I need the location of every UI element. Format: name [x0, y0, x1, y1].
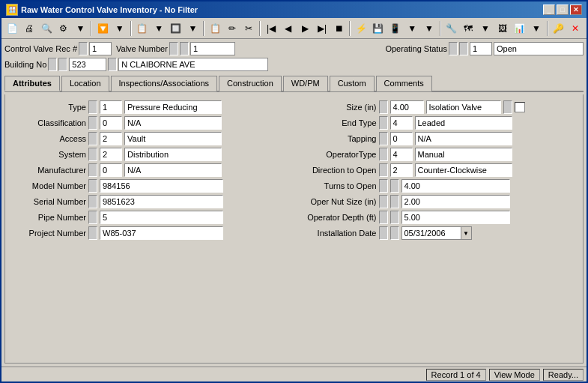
system-ind1 — [88, 148, 97, 161]
ons-ind2 — [390, 195, 399, 208]
maximize-button[interactable]: □ — [557, 4, 569, 15]
new-button[interactable]: 📄 — [4, 20, 21, 37]
direction-to-open-val-input[interactable] — [415, 163, 512, 177]
tab-attributes[interactable]: Attributes — [4, 76, 60, 91]
next-record-button[interactable]: ▶ — [297, 20, 314, 37]
direction-to-open-num-input[interactable] — [390, 163, 413, 177]
end-type-num-input[interactable] — [390, 116, 413, 130]
model-ind1 — [88, 179, 97, 193]
search-button[interactable]: 🔍 — [38, 20, 55, 37]
dropdown6-button[interactable]: ▼ — [477, 20, 494, 37]
operating-status-val-input[interactable] — [494, 42, 584, 55]
operator-type-num-input[interactable] — [390, 148, 413, 161]
pipe-ind1 — [88, 211, 97, 224]
building-address-input[interactable] — [118, 58, 268, 71]
map-button[interactable]: 🗺 — [460, 20, 476, 37]
dropdown7-button[interactable]: ▼ — [528, 20, 545, 37]
tab-location[interactable]: Location — [61, 76, 109, 91]
installation-date-input[interactable] — [401, 226, 461, 240]
operator-type-val-input[interactable] — [415, 148, 512, 161]
tab-comments[interactable]: Comments — [376, 76, 432, 91]
sep6 — [440, 21, 441, 36]
delete-button[interactable]: ✕ — [567, 20, 584, 37]
cut-button[interactable]: ✂ — [241, 20, 258, 37]
type-num-input[interactable] — [100, 100, 122, 114]
tto-ind1 — [379, 179, 388, 193]
tapping-val-input[interactable] — [415, 132, 512, 145]
print-button[interactable]: 🖨 — [22, 20, 38, 37]
class-ind1 — [88, 116, 97, 130]
save-button[interactable]: 💾 — [370, 20, 387, 37]
access-num-input[interactable] — [100, 132, 122, 145]
operator-depth-input[interactable] — [401, 211, 510, 224]
close-button[interactable]: ✕ — [570, 4, 582, 15]
dropdown2-button[interactable]: ▼ — [151, 20, 167, 37]
tapping-num-input[interactable] — [390, 132, 413, 145]
os-indicator1 — [449, 42, 458, 55]
installation-date-label: Installation Date — [302, 229, 377, 238]
oper-nut-size-input[interactable] — [401, 195, 510, 208]
system-num-input[interactable] — [100, 148, 122, 161]
layers-button[interactable]: 📋 — [134, 20, 151, 37]
dropdown3-button[interactable]: ▼ — [185, 20, 201, 37]
valve-number-input[interactable] — [190, 42, 235, 55]
control-valve-label: Control Valve Rec # — [4, 44, 77, 53]
tab-wdpm[interactable]: WD/PM — [283, 76, 328, 91]
first-record-button[interactable]: |◀ — [263, 20, 279, 37]
mfr-val-input[interactable] — [124, 163, 222, 177]
dropdown1-button[interactable]: ▼ — [73, 20, 89, 37]
image-button[interactable]: 🖼 — [494, 20, 511, 37]
installation-date-dropdown[interactable]: ▼ — [461, 226, 472, 240]
size-label: Size (in) — [302, 103, 377, 112]
filter2-button[interactable]: ▼ — [112, 20, 128, 37]
model-number-input[interactable] — [100, 179, 223, 193]
dropdown5-button[interactable]: ▼ — [421, 20, 437, 37]
key-button[interactable]: 🔑 — [551, 20, 567, 37]
system-val-input[interactable] — [124, 148, 222, 161]
settings-button[interactable]: ⚙ — [55, 20, 72, 37]
copy-button[interactable]: 📋 — [207, 20, 223, 37]
size-val-input[interactable] — [426, 100, 501, 114]
title-bar: 🪟 Raw Water Control Valve Inventory - No… — [1, 1, 587, 18]
last-record-button[interactable]: ▶| — [314, 20, 330, 37]
class-val-input[interactable] — [124, 116, 222, 130]
tab-construction[interactable]: Construction — [219, 76, 282, 91]
grid-button[interactable]: 🔲 — [168, 20, 184, 37]
sep5 — [349, 21, 351, 36]
minimize-button[interactable]: _ — [543, 4, 555, 15]
edit-button[interactable]: ✏ — [224, 20, 240, 37]
tab-inspections[interactable]: Inspections/Associations — [111, 76, 217, 91]
turns-to-open-input[interactable] — [401, 179, 510, 193]
operating-status-num-input[interactable] — [470, 42, 492, 55]
pipe-number-input[interactable] — [100, 211, 223, 224]
valve-number-group: Valve Number — [116, 42, 235, 55]
building-no-input[interactable] — [69, 58, 106, 71]
tools-button[interactable]: 🔧 — [443, 20, 460, 37]
prev-record-button[interactable]: ◀ — [280, 20, 297, 37]
class-num-input[interactable] — [100, 116, 122, 130]
bn-indicator3 — [108, 58, 117, 71]
lightning-button[interactable]: ⚡ — [353, 20, 369, 37]
field-size: Size (in) — [302, 100, 578, 114]
sep7 — [547, 21, 548, 36]
mfr-num-input[interactable] — [100, 163, 122, 177]
stop-button[interactable]: ⏹ — [331, 20, 348, 37]
filter-button[interactable]: 🔽 — [94, 20, 111, 37]
size-checkbox[interactable] — [515, 102, 525, 112]
pipe-number-label: Pipe Number — [11, 213, 86, 222]
control-valve-input[interactable] — [89, 42, 112, 55]
size-num-input[interactable] — [390, 100, 424, 114]
project-number-input[interactable] — [100, 226, 223, 240]
chart-button[interactable]: 📊 — [511, 20, 527, 37]
oper-nut-size-label: Oper Nut Size (in) — [302, 197, 377, 206]
tab-custom[interactable]: Custom — [330, 76, 375, 91]
dropdown4-button[interactable]: ▼ — [404, 20, 420, 37]
mobile-button[interactable]: 📱 — [387, 20, 404, 37]
status-mode: View Mode — [489, 369, 540, 381]
end-type-val-input[interactable] — [415, 116, 512, 130]
bn-indicator1 — [48, 58, 57, 71]
serial-number-input[interactable] — [100, 195, 223, 208]
type-val-input[interactable] — [124, 100, 222, 114]
form-area: Type Classification Access — [11, 100, 577, 240]
access-val-input[interactable] — [124, 132, 222, 145]
